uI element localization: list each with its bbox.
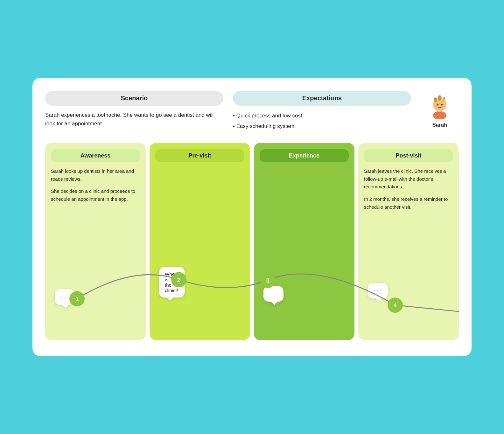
- experience-header: Experience: [260, 149, 349, 162]
- svg-point-12: [443, 99, 445, 101]
- scenario-text: Sarah experiences a toothache. She wants…: [45, 111, 223, 128]
- expectations-label: Expectations: [233, 91, 411, 106]
- scenario-label: Scenario: [45, 91, 223, 106]
- avatar-illustration: [427, 91, 452, 119]
- awareness-column: Awareness Sarah looks up dentists in her…: [45, 143, 146, 340]
- svg-point-7: [441, 104, 443, 106]
- postvisit-text-2: In 2 months, she receives a reminder to …: [364, 195, 453, 211]
- previsit-column: Pre-visit Where isthe clinic?: [150, 143, 250, 340]
- experience-column: Experience ···: [254, 143, 354, 340]
- experience-bubble-text: ···: [269, 290, 278, 297]
- awareness-header: Awareness: [51, 149, 140, 162]
- main-card: Scenario Sarah experiences a toothache. …: [32, 78, 472, 356]
- svg-point-5: [438, 95, 441, 101]
- awareness-text-2: She decides on a clinic and proceeds to …: [51, 187, 140, 203]
- svg-point-10: [435, 106, 437, 107]
- previsit-header: Pre-visit: [155, 149, 244, 162]
- awareness-bubble-text: ···: [60, 294, 69, 300]
- svg-point-8: [438, 104, 438, 105]
- avatar-name: Sarah: [432, 122, 447, 128]
- svg-point-9: [442, 104, 443, 105]
- previsit-bubble-text: Where isthe clinic?: [165, 271, 179, 293]
- svg-point-6: [437, 104, 439, 106]
- expectations-column: Expectations Quick process and low cost,…: [233, 91, 411, 131]
- postvisit-column: Post-visit Sarah leaves the clinic. She …: [358, 143, 459, 340]
- expectation-item-2: Easy scheduling system.: [233, 121, 411, 131]
- journey-section: Awareness Sarah looks up dentists in her…: [45, 143, 459, 340]
- svg-point-0: [433, 111, 446, 120]
- svg-point-11: [443, 106, 445, 107]
- awareness-text-1: Sarah looks up dentists in her area and …: [51, 167, 140, 183]
- postvisit-header: Post-visit: [364, 149, 453, 162]
- postvisit-bubble-text: ···: [374, 287, 382, 294]
- postvisit-text-1: Sarah leaves the clinic. She receives a …: [364, 167, 453, 191]
- top-section: Scenario Sarah experiences a toothache. …: [45, 91, 459, 131]
- avatar-section: Sarah: [421, 91, 459, 128]
- expectations-list: Quick process and low cost, Easy schedul…: [233, 111, 411, 131]
- avatar-container: Sarah: [427, 91, 452, 128]
- scenario-column: Scenario Sarah experiences a toothache. …: [45, 91, 223, 128]
- expectation-item-1: Quick process and low cost,: [233, 111, 411, 121]
